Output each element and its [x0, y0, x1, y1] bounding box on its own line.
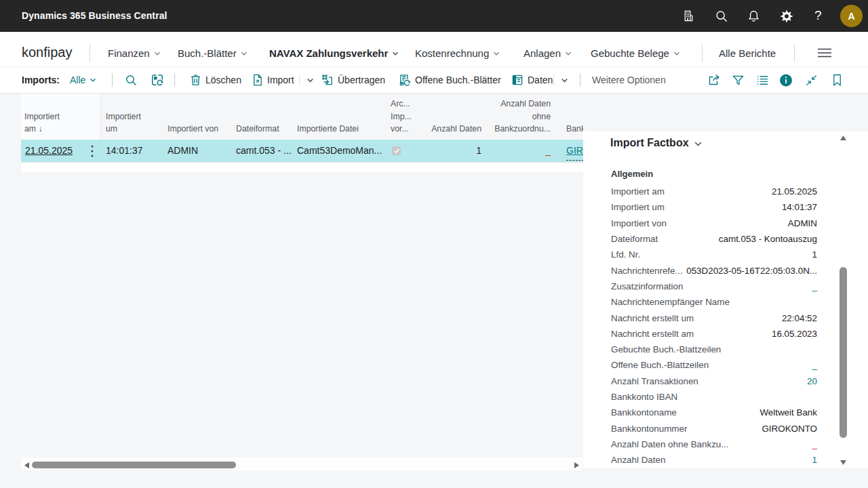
menu-icon[interactable]	[816, 45, 833, 60]
cell-dateiformat[interactable]: camt.053 - ...	[236, 140, 292, 162]
chevron-down-icon	[693, 139, 703, 149]
factbox-field: Nachricht erstellt um22:04:52	[611, 310, 817, 325]
scroll-down-icon[interactable]	[839, 458, 847, 466]
action-bar: Imports: Alle	[0, 67, 868, 94]
factbox-group-title: Allgemein	[611, 169, 653, 179]
nav-item-buch-blaetter[interactable]: Buch.-Blätter	[178, 35, 248, 70]
scroll-right-icon[interactable]	[572, 461, 580, 470]
import-button[interactable]: Import	[252, 67, 294, 93]
filter-icon[interactable]	[731, 73, 745, 87]
icon-glyph	[831, 74, 843, 87]
collapse-icon[interactable]	[804, 73, 818, 87]
chevron-down-icon	[153, 49, 161, 58]
cell-importiert-am[interactable]: 21.05.2025	[25, 140, 73, 162]
icon-glyph	[125, 74, 138, 87]
open-journals-button[interactable]: Offene Buch.-Blätter	[399, 67, 501, 93]
company-badge[interactable]: konfipay	[22, 35, 73, 70]
vertical-scroll-thumb[interactable]	[840, 267, 847, 438]
archive-checkbox[interactable]	[392, 146, 401, 155]
chevron-down-icon	[492, 49, 500, 58]
icon-glyph	[779, 73, 793, 87]
horizontal-scroll-thumb[interactable]	[32, 462, 236, 468]
help-icon[interactable]: ?	[814, 0, 822, 32]
nav-item-anlagen[interactable]: Anlagen	[524, 35, 572, 70]
icon-glyph	[816, 47, 833, 59]
factbox-field: Zusatzinformation_	[611, 279, 817, 294]
cell-importiert-von[interactable]: ADMIN	[167, 140, 198, 162]
column-header-bank[interactable]: Bank	[566, 123, 583, 136]
table-row[interactable]: 21.05.2025 14:01:37 ADMIN camt.053 - ...…	[21, 140, 583, 163]
nav-item-kostenrechnung[interactable]: Kostenrechnung	[415, 35, 500, 70]
scroll-up-icon[interactable]	[839, 134, 847, 142]
nav-item-alle-berichte[interactable]: Alle Berichte	[719, 35, 776, 70]
nav-bar: konfipay Finanzen Buch.-Blätter NAVAX Za…	[0, 32, 868, 67]
list-view-icon[interactable]	[755, 73, 769, 87]
icon-glyph	[747, 9, 760, 22]
chevron-down-icon	[306, 76, 315, 85]
search-list-icon[interactable]	[124, 73, 138, 87]
toolbar-divider	[299, 74, 300, 86]
icon-glyph	[715, 9, 728, 23]
more-options-button[interactable]: Weitere Optionen	[592, 67, 666, 93]
cell-anzahl-daten[interactable]: 1	[420, 140, 481, 162]
column-header-importierte-datei[interactable]: Importierte Datei	[297, 123, 359, 136]
factbox-fields: Importiert am21.05.2025 Importiert um14:…	[611, 184, 817, 468]
nav-item-finanzen[interactable]: Finanzen	[108, 35, 161, 70]
factbox-field: Nachricht erstellt am16.05.2023	[611, 326, 817, 342]
transfer-icon	[321, 74, 334, 86]
chevron-down-icon	[391, 49, 399, 58]
column-header-dateiformat[interactable]: Dateiformat	[236, 123, 279, 136]
cell-anzahl-daten-ohne[interactable]: _	[490, 140, 551, 162]
column-header-anzahl-daten-ohne[interactable]: Anzahl Daten ohne Bankzuordnu...	[475, 98, 551, 136]
nav-item-gebuchte-belege[interactable]: Gebuchte Belege	[591, 35, 681, 70]
icon-glyph	[682, 9, 695, 22]
import-dropdown-chevron[interactable]	[303, 73, 317, 87]
icon-glyph	[840, 136, 846, 140]
share-icon[interactable]	[707, 73, 721, 87]
transfer-button[interactable]: Übertragen	[321, 67, 385, 93]
chevron-down-icon	[564, 49, 572, 58]
icon-glyph	[707, 73, 721, 87]
column-header-importiert-am[interactable]: Importiert am ↓	[24, 110, 60, 136]
cell-importierte-datei[interactable]: Camt53DemoMan...	[297, 140, 382, 162]
search-icon[interactable]	[714, 9, 728, 23]
cell-bank[interactable]: GIROK	[566, 140, 584, 162]
bookmark-icon[interactable]	[830, 73, 844, 87]
row-menu-icon[interactable]	[89, 140, 96, 162]
icon-glyph	[840, 460, 846, 465]
nav-item-navax-zahlungsverkehr[interactable]: NAVAX Zahlungsverkehr	[269, 35, 399, 70]
settings-icon[interactable]	[779, 9, 793, 23]
avatar[interactable]: A	[840, 5, 863, 27]
icon-glyph	[393, 148, 400, 154]
factbox-field: Nachrichtenempfänger Name	[611, 294, 817, 310]
environment-icon[interactable]	[682, 9, 696, 23]
horizontal-scrollbar[interactable]	[21, 458, 582, 470]
view-filter-dropdown[interactable]: Alle	[70, 67, 97, 93]
factbox-field: Offene Buch.-Blattzeilen_	[611, 357, 817, 373]
info-icon[interactable]	[779, 73, 793, 87]
factbox-field: Lfd. Nr.1	[611, 247, 817, 262]
column-header-importiert-von[interactable]: Importiert von	[167, 123, 218, 136]
trash-icon	[190, 74, 201, 86]
cell-importiert-um[interactable]: 14:01:37	[106, 140, 143, 162]
nav-divider	[702, 44, 703, 62]
toolbar-divider	[580, 73, 580, 87]
toolbar-divider	[174, 73, 175, 87]
scroll-left-icon[interactable]	[22, 461, 31, 470]
column-header-importiert-um[interactable]: Importiert um	[106, 110, 141, 136]
toolbar-divider	[112, 73, 113, 87]
icon-glyph	[805, 74, 818, 87]
factbox-field: BankkontonameWeltweit Bank	[611, 405, 817, 420]
analyze-icon[interactable]	[151, 73, 164, 87]
factbox-field: Importiert am21.05.2025	[611, 184, 817, 199]
icon-glyph	[151, 73, 164, 87]
factbox-field: BankkontonummerGIROKONTO	[611, 420, 817, 436]
page: Dynamics 365 Business Central	[0, 0, 868, 488]
data-button[interactable]: Daten	[511, 67, 553, 93]
delete-button[interactable]: Löschen	[190, 67, 241, 93]
factbox-title[interactable]: Import Factbox	[610, 137, 703, 149]
column-header-anzahl-daten[interactable]: Anzahl Daten	[407, 123, 481, 136]
data-dropdown-chevron[interactable]	[557, 73, 571, 87]
toolbar-divider	[553, 74, 554, 86]
notifications-icon[interactable]	[747, 9, 761, 23]
